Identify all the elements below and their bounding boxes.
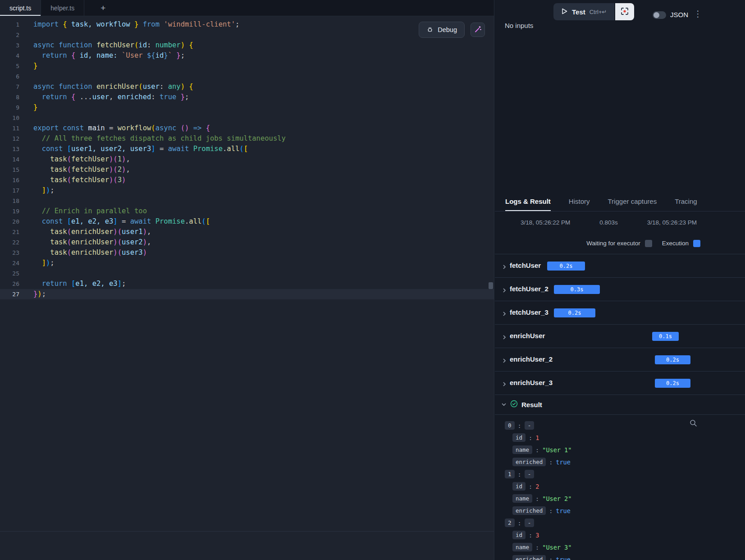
chevron-right-icon[interactable]	[502, 381, 507, 389]
collapse-toggle[interactable]: -	[525, 519, 535, 527]
code-token: (	[67, 165, 71, 174]
chevron-right-icon[interactable]	[502, 310, 507, 318]
colon: :	[529, 434, 532, 441]
duration-badge[interactable]: 0.2s	[547, 262, 585, 271]
line-number: 6	[0, 71, 19, 82]
result-header[interactable]: Result	[495, 395, 745, 415]
code-line[interactable]: 11export const main = workflow(async () …	[0, 123, 494, 133]
result-key[interactable]: 2	[505, 519, 515, 527]
ai-wand-button[interactable]	[471, 23, 485, 37]
code-line[interactable]: 19 // Enrich in parallel too	[0, 206, 494, 216]
test-button[interactable]: Test Ctrl+↵	[553, 3, 614, 20]
scrollbar-thumb[interactable]	[489, 282, 493, 289]
result-key[interactable]: name	[512, 445, 532, 454]
line-number: 11	[0, 123, 19, 133]
result-key[interactable]: name	[512, 543, 532, 551]
result-entry: enriched : true	[505, 553, 745, 560]
result-key[interactable]: 1	[505, 470, 515, 478]
line-number: 25	[0, 268, 19, 279]
line-content: const [e1, e2, e3] = await Promise.all([	[19, 216, 210, 227]
code-token: (	[134, 41, 138, 49]
code-token: ) {	[181, 41, 193, 49]
code-token: =>	[189, 124, 206, 132]
result-key[interactable]: enriched	[512, 458, 546, 466]
chevron-right-icon[interactable]	[502, 334, 507, 342]
code-line[interactable]: 6	[0, 71, 494, 82]
job-row-fetchuser-2[interactable]: fetchUser_20.3s	[495, 278, 745, 301]
line-number: 15	[0, 165, 19, 175]
code-line[interactable]: 13 const [user1, user2, user3] = await P…	[0, 144, 494, 154]
code-line[interactable]: 7async function enrichUser(user: any) {	[0, 82, 494, 92]
code-token	[33, 248, 50, 257]
code-token: const	[33, 217, 67, 225]
code-line[interactable]: 4 return { id, name: `User ${id}` };	[0, 50, 494, 61]
code-line[interactable]: 20 const [e1, e2, e3] = await Promise.al…	[0, 216, 494, 227]
chevron-right-icon[interactable]	[502, 263, 507, 271]
code-line[interactable]: 9}	[0, 102, 494, 113]
job-row-fetchuser-3[interactable]: fetchUser_30.2s	[495, 301, 745, 325]
tab-history[interactable]: History	[569, 191, 590, 211]
code-line[interactable]: 24 ]);	[0, 258, 494, 268]
code-token	[33, 238, 50, 246]
json-toggle[interactable]	[653, 11, 666, 19]
code-line[interactable]: 21 task(enrichUser)(user1),	[0, 227, 494, 237]
job-row-enrichuser-2[interactable]: enrichUser_20.2s	[495, 348, 745, 372]
duration-badge[interactable]: 0.2s	[655, 355, 690, 364]
code-token: )	[46, 259, 50, 267]
collapse-toggle[interactable]: -	[525, 421, 535, 430]
test-up-to-button[interactable]	[615, 3, 634, 20]
code-editor[interactable]: 1import { task, workflow } from 'windmil…	[0, 16, 494, 560]
job-row-enrichuser[interactable]: enrichUser0.1s	[495, 325, 745, 348]
line-content: task(enrichUser)(user1),	[19, 227, 151, 237]
code-token: ]	[151, 145, 155, 153]
new-tab-button[interactable]: +	[101, 4, 105, 12]
code-line[interactable]: 8 return { ...user, enriched: true };	[0, 92, 494, 102]
code-line[interactable]: 15 task(fetchUser)(2),	[0, 165, 494, 175]
run-end-time: 3/18, 05:26:23 PM	[647, 219, 697, 226]
code-line[interactable]: 3async function fetchUser(id: number) {	[0, 40, 494, 50]
chevron-right-icon[interactable]	[502, 287, 507, 295]
code-line[interactable]: 12 // All three fetches dispatch as chil…	[0, 133, 494, 144]
code-token	[33, 186, 42, 194]
code-token: {	[63, 20, 67, 28]
code-line[interactable]: 26 return [e1, e2, e3];	[0, 279, 494, 289]
tab-tracing[interactable]: Tracing	[675, 191, 697, 211]
code-token: ...	[80, 93, 92, 101]
code-line[interactable]: 10	[0, 113, 494, 123]
duration-badge[interactable]: 0.2s	[554, 308, 595, 317]
legend-execution-label: Execution	[662, 240, 689, 247]
editor-tab-script-ts[interactable]: script.ts	[0, 0, 41, 16]
debug-button[interactable]: Debug	[419, 22, 465, 38]
code-line[interactable]: 22 task(enrichUser)(user2),	[0, 237, 494, 248]
code-token	[33, 155, 50, 163]
editor-bottom-divider	[0, 531, 494, 560]
duration-badge[interactable]: 0.1s	[652, 332, 679, 341]
tab-trigger-captures[interactable]: Trigger captures	[608, 191, 657, 211]
duration-badge[interactable]: 0.3s	[554, 285, 600, 294]
code-line[interactable]: 18	[0, 196, 494, 206]
result-key[interactable]: enriched	[512, 506, 546, 515]
duration-badge[interactable]: 0.2s	[655, 379, 690, 388]
code-line[interactable]: 14 task(fetchUser)(1),	[0, 154, 494, 165]
chevron-right-icon[interactable]	[502, 357, 507, 365]
code-line[interactable]: 27});	[0, 289, 494, 299]
result-key[interactable]: id	[512, 531, 526, 539]
result-key[interactable]: enriched	[512, 555, 546, 560]
code-line[interactable]: 25	[0, 268, 494, 279]
code-line[interactable]: 17 ]);	[0, 185, 494, 196]
code-line[interactable]: 5}	[0, 61, 494, 71]
code-token: [	[244, 145, 248, 153]
code-line[interactable]: 16 task(fetchUser)(3)	[0, 175, 494, 185]
kebab-menu-icon[interactable]: ⋮	[694, 9, 702, 19]
result-key[interactable]: name	[512, 494, 532, 503]
search-icon[interactable]	[690, 419, 697, 429]
result-key[interactable]: id	[512, 482, 526, 491]
collapse-toggle[interactable]: -	[525, 470, 535, 478]
editor-tab-helper-ts[interactable]: helper.ts	[41, 0, 84, 16]
code-line[interactable]: 23 task(enrichUser)(user3)	[0, 248, 494, 258]
job-row-fetchuser[interactable]: fetchUser0.2s	[495, 254, 745, 278]
result-key[interactable]: id	[512, 433, 526, 442]
tab-logs-result[interactable]: Logs & Result	[505, 191, 551, 211]
job-row-enrichuser-3[interactable]: enrichUser_30.2s	[495, 372, 745, 395]
result-key[interactable]: 0	[505, 421, 515, 430]
